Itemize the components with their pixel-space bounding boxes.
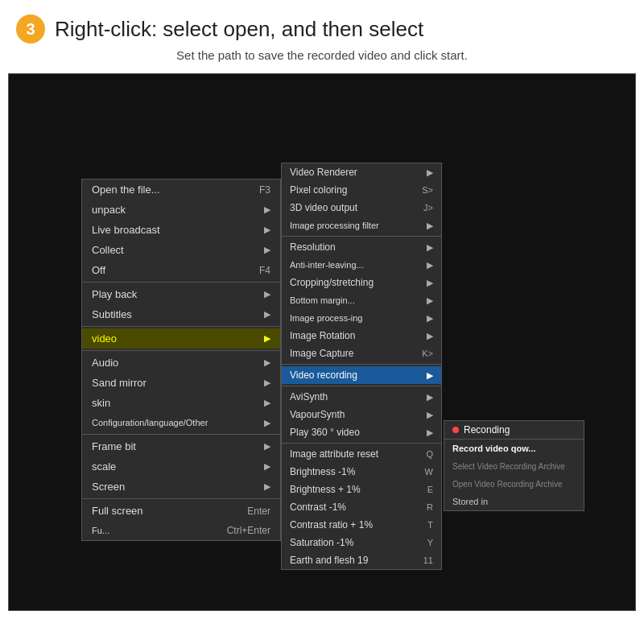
separator-1 [82, 282, 280, 283]
right-record-video[interactable]: Record video qow... [444, 440, 584, 457]
menu-item-screen[interactable]: Screen ▶ [82, 477, 280, 497]
step-title: Right-click: select open, and then selec… [55, 17, 423, 42]
right-stored-in[interactable]: Stored in [444, 493, 584, 510]
mid-anti-inter[interactable]: Anti-inter-leaving... ▶ [282, 256, 441, 274]
mid-sep-2 [282, 364, 441, 365]
menu-item-config[interactable]: Configuration/language/Other ▶ [82, 413, 280, 432]
screenshot-container: Open the file... F3 unpack ▶ Live broadc… [8, 73, 636, 611]
separator-4 [82, 434, 280, 435]
menu-item-scale[interactable]: scale ▶ [82, 456, 280, 477]
mid-bottom-margin[interactable]: Bottom margin... ▶ [282, 291, 441, 309]
right-select-archive[interactable]: Select Video Recording Archive [444, 457, 584, 475]
menu-item-skin[interactable]: skin ▶ [82, 393, 280, 413]
separator-3 [82, 350, 280, 351]
mid-video-renderer[interactable]: Video Renderer ▶ [282, 163, 441, 181]
mid-pixel-coloring[interactable]: Pixel coloring S> [282, 181, 441, 199]
menu-item-subtitles[interactable]: Subtitles ▶ [82, 304, 280, 324]
right-context-menu: Reconding Record video qow... Select Vid… [444, 420, 584, 511]
menu-item-off[interactable]: Off F4 [82, 260, 280, 280]
mid-sep-4 [282, 443, 441, 444]
separator-5 [82, 498, 280, 499]
mid-sep-3 [282, 386, 441, 386]
mid-cropping[interactable]: Cropping/stretching ▶ [282, 274, 441, 291]
menu-item-live-broadcast[interactable]: Live broadcast ▶ [82, 220, 280, 240]
mid-vapoursynth[interactable]: VapourSynth ▶ [282, 406, 441, 423]
menu-item-unpack[interactable]: unpack ▶ [82, 200, 280, 220]
menu-item-audio[interactable]: Audio ▶ [82, 353, 280, 373]
right-open-archive[interactable]: Open Video Recording Archive [444, 475, 584, 493]
step-row: 3 Right-click: select open, and then sel… [16, 14, 628, 43]
right-menu-header: Reconding [444, 421, 584, 440]
mid-3d-video[interactable]: 3D video output J> [282, 199, 441, 217]
mid-avisynth[interactable]: AviSynth ▶ [282, 388, 441, 406]
mid-image-processing-filter[interactable]: Image processing filter ▶ [282, 217, 441, 234]
record-dot-icon [452, 427, 459, 433]
header-section: 3 Right-click: select open, and then sel… [0, 0, 644, 68]
menu-item-collect[interactable]: Collect ▶ [82, 240, 280, 260]
mid-video-recording[interactable]: Video recording ▶ [282, 366, 441, 384]
separator-2 [82, 326, 280, 327]
mid-brightness-plus[interactable]: Brightness + 1% E [282, 481, 441, 498]
step-subtitle: Set the path to save the recorded video … [16, 48, 628, 62]
menu-item-sand-mirror[interactable]: Sand mirror ▶ [82, 373, 280, 393]
mid-play-360[interactable]: Play 360 ° video ▶ [282, 423, 441, 441]
left-context-menu: Open the file... F3 unpack ▶ Live broadc… [81, 179, 281, 541]
mid-earth-flesh[interactable]: Earth and flesh 19 11 [282, 551, 441, 569]
menu-item-frame-bit[interactable]: Frame bit ▶ [82, 436, 280, 456]
menu-item-fullscreen[interactable]: Full screen Enter [82, 501, 280, 521]
mid-contrast-minus[interactable]: Contrast -1% R [282, 498, 441, 516]
menu-item-video[interactable]: video ▶ [82, 328, 280, 349]
mid-saturation-minus[interactable]: Saturation -1% Y [282, 534, 441, 551]
mid-brightness-minus[interactable]: Brightness -1% W [282, 463, 441, 481]
mid-resolution[interactable]: Resolution ▶ [282, 238, 441, 256]
menu-item-open-file[interactable]: Open the file... F3 [82, 180, 280, 200]
step-badge: 3 [16, 14, 45, 43]
mid-image-capture[interactable]: Image Capture K> [282, 345, 441, 362]
mid-image-reset[interactable]: Image attribute reset Q [282, 445, 441, 463]
mid-image-processing[interactable]: Image process-ing ▶ [282, 309, 441, 327]
mid-image-rotation[interactable]: Image Rotation ▶ [282, 327, 441, 345]
menu-item-fu[interactable]: Fu... Ctrl+Enter [82, 521, 280, 540]
mid-sep-1 [282, 236, 441, 237]
middle-context-menu: Video Renderer ▶ Pixel coloring S> 3D vi… [281, 163, 442, 570]
mid-contrast-plus[interactable]: Contrast ratio + 1% T [282, 516, 441, 534]
menu-item-playback[interactable]: Play back ▶ [82, 284, 280, 304]
